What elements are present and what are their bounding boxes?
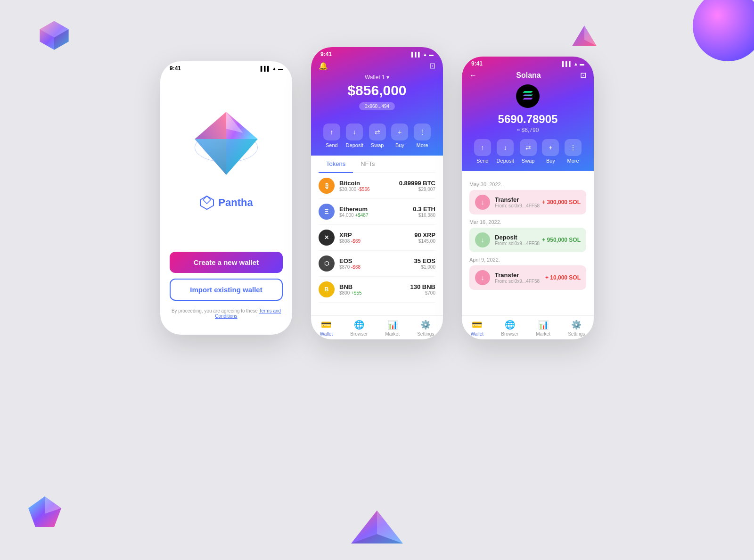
send-action-p3[interactable]: ↑ Send	[474, 139, 491, 164]
more-icon-p3: ⋮	[565, 139, 582, 156]
market-nav-icon: 📊	[387, 320, 398, 330]
solana-transactions: May 30, 2022. ↓ Transfer From: sol0x9...…	[462, 171, 594, 315]
solana-balance: 5690.78905	[469, 113, 586, 126]
nav-market-p3[interactable]: 📊 Market	[536, 320, 550, 337]
nav-browser-p3[interactable]: 🌐 Browser	[501, 320, 518, 337]
deposit-action-p3[interactable]: ↓ Deposit	[497, 139, 514, 164]
wallet-address[interactable]: 0x960...494	[359, 102, 395, 110]
nav-market-p2[interactable]: 📊 Market	[385, 320, 400, 337]
create-wallet-button[interactable]: Create a new wallet	[170, 252, 283, 273]
nav-wallet-p2[interactable]: 💳 Wallet	[320, 320, 333, 337]
battery-icon-p3: ▬	[580, 61, 584, 66]
status-icons-p3: ▌▌▌ ▲ ▬	[562, 61, 584, 66]
send-label: Send	[326, 142, 338, 148]
deposit-label: Deposit	[346, 142, 363, 148]
nav-settings-p3[interactable]: ⚙️ Settings	[568, 320, 585, 337]
browser-nav-icon-p3: 🌐	[505, 320, 515, 330]
deposit-action[interactable]: ↓ Deposit	[346, 124, 363, 148]
eos-amount: 35 EOS $1,000	[414, 257, 435, 270]
xrp-info: XRP $808 -$69	[339, 231, 414, 244]
gem-logo	[188, 106, 264, 181]
tx-date-3: April 9, 2022.	[469, 257, 586, 263]
tx-amount-1: + 300,000 SOL	[542, 199, 581, 206]
brand-name: Pantha	[218, 197, 253, 209]
bitcoin-amount: 0.89999 BTC $29,007	[399, 180, 435, 192]
solana-actions: ↑ Send ↓ Deposit ⇄ Swap + Buy ⋮ More	[469, 139, 586, 164]
status-bar-p1: 9:41 ▌▌▌ ▲ ▬	[160, 61, 292, 74]
swap-icon-p3: ⇄	[520, 139, 537, 156]
wallet-label[interactable]: Wallet 1 ▾	[319, 74, 435, 81]
token-bnb[interactable]: B BNB $800 +$55 130 BNB $700	[319, 277, 435, 303]
nav-wallet-p3[interactable]: 💳 Wallet	[471, 320, 484, 337]
bell-icon[interactable]: 🔔	[319, 61, 328, 70]
deposit-label-p3: Deposit	[497, 158, 514, 164]
deposit-icon-tx: ↓	[475, 232, 490, 247]
wallet-header: 9:41 ▌▌▌ ▲ ▬ 🔔 ⊡ Wallet 1 ▾ $856,000 0x9…	[311, 47, 443, 156]
swap-label-p3: Swap	[522, 158, 535, 164]
svg-marker-14	[195, 139, 257, 175]
bnb-info: BNB $800 +$55	[339, 283, 410, 296]
transfer-icon-1: ↓	[475, 195, 490, 210]
tx-date-2: Mar 16, 2022.	[469, 219, 586, 225]
nav-browser-p2[interactable]: 🌐 Browser	[350, 320, 368, 337]
token-ethereum[interactable]: Ξ Ethereum $4,000 +$487 0.3 ETH $16,380	[319, 199, 435, 225]
status-time-p2: 9:41	[320, 51, 332, 58]
wifi-icon-p2: ▲	[423, 52, 427, 57]
token-xrp[interactable]: ✕ XRP $808 -$69 90 XRP $145.00	[319, 225, 435, 251]
tx-amount-3: + 10,000 SOL	[545, 274, 581, 281]
ethereum-info: Ethereum $4,000 +$487	[339, 206, 413, 218]
swap-action-p3[interactable]: ⇄ Swap	[520, 139, 537, 164]
buy-action[interactable]: + Buy	[391, 124, 408, 148]
buy-label-p3: Buy	[546, 158, 555, 164]
expand-icon-p3[interactable]: ⊡	[580, 71, 586, 80]
market-nav-icon-p3: 📊	[538, 320, 549, 330]
signal-icon-p2: ▌▌▌	[411, 52, 421, 57]
status-icons-p2: ▌▌▌ ▲ ▬	[411, 52, 434, 57]
swap-icon: ⇄	[369, 124, 386, 140]
wallet-actions: ↑ Send ↓ Deposit ⇄ Swap + Buy ⋮ More	[319, 124, 435, 148]
more-label-p3: More	[567, 158, 579, 164]
status-time-p1: 9:41	[170, 65, 181, 72]
tx-transfer-2[interactable]: ↓ Transfer From: sol0x9...4FF58 + 10,000…	[469, 265, 586, 290]
bnb-amount: 130 BNB $700	[410, 283, 435, 296]
ethereum-icon: Ξ	[319, 204, 335, 220]
tx-info-2: Deposit From: sol0x9...4FF58	[495, 234, 542, 246]
token-bitcoin[interactable]: ₿ Bitcoin $30,000 -$566 0.89999 BTC $29,…	[319, 173, 435, 199]
tx-transfer-1[interactable]: ↓ Transfer From: sol0x9...4FF58 + 300,00…	[469, 190, 586, 214]
send-action[interactable]: ↑ Send	[323, 124, 340, 148]
tab-nfts[interactable]: NFTs	[353, 156, 382, 173]
bottom-nav-p2: 💳 Wallet 🌐 Browser 📊 Market ⚙️ Settings	[311, 315, 443, 339]
more-action[interactable]: ⋮ More	[414, 124, 431, 148]
prism-decoration-bc	[349, 508, 405, 551]
more-action-p3[interactable]: ⋮ More	[565, 139, 582, 164]
token-list: ₿ Bitcoin $30,000 -$566 0.89999 BTC $29,…	[311, 173, 443, 315]
status-bar-p2: 9:41 ▌▌▌ ▲ ▬	[319, 47, 435, 61]
phones-container: 9:41 ▌▌▌ ▲ ▬	[160, 47, 594, 339]
tab-tokens[interactable]: Tokens	[319, 156, 353, 173]
import-wallet-button[interactable]: Import existing wallet	[170, 279, 283, 301]
terms-text: By proceeding, you are agreeing to these…	[170, 308, 283, 319]
browser-nav-icon: 🌐	[354, 320, 364, 330]
signal-icon-p3: ▌▌▌	[562, 61, 572, 66]
coin-title: Solana	[516, 71, 541, 80]
buy-action-p3[interactable]: + Buy	[542, 139, 559, 164]
back-icon[interactable]: ←	[469, 71, 477, 80]
signal-icon: ▌▌▌	[261, 66, 270, 71]
deposit-icon-p3: ↓	[497, 139, 514, 156]
buy-icon: +	[391, 124, 408, 140]
wallet-balance: $856,000	[319, 82, 435, 99]
tx-deposit-1[interactable]: ↓ Deposit From: sol0x9...4FF58 + 950,000…	[469, 228, 586, 252]
transfer-icon-2: ↓	[475, 270, 490, 285]
deposit-icon: ↓	[346, 124, 363, 140]
brand-icon	[199, 195, 214, 210]
brand: Pantha	[199, 195, 253, 210]
wallet-top-icons: 🔔 ⊡	[319, 61, 435, 70]
token-eos[interactable]: ⬡ EOS $870 -$68 35 EOS $1,000	[319, 251, 435, 277]
swap-action[interactable]: ⇄ Swap	[369, 124, 386, 148]
nav-settings-p2[interactable]: ⚙️ Settings	[417, 320, 434, 337]
phone-solana: 9:41 ▌▌▌ ▲ ▬ ← Solana ⊡	[462, 57, 594, 339]
status-bar-p3: 9:41 ▌▌▌ ▲ ▬	[469, 57, 586, 71]
buy-icon-p3: +	[542, 139, 559, 156]
wallet-nav-icon-p3: 💳	[472, 320, 482, 330]
expand-icon[interactable]: ⊡	[429, 61, 435, 70]
